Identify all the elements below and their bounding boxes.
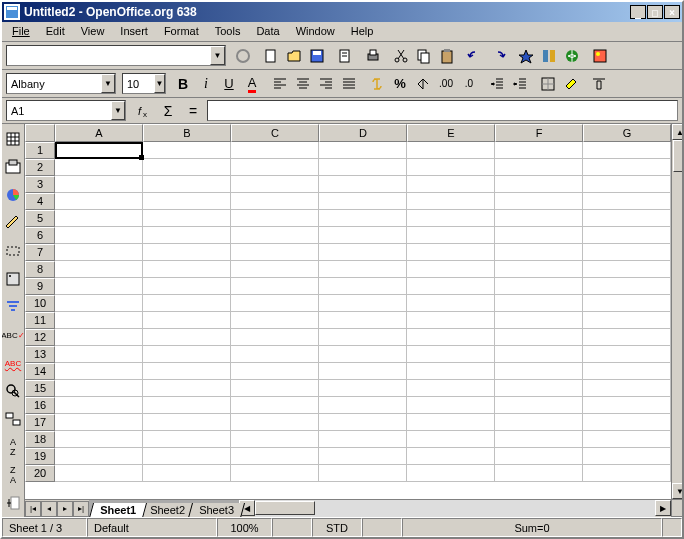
cell-B11[interactable] xyxy=(143,312,231,329)
show-draw-icon[interactable] xyxy=(2,212,24,234)
cell-F18[interactable] xyxy=(495,431,583,448)
cell-A6[interactable] xyxy=(55,227,143,244)
cell-A3[interactable] xyxy=(55,176,143,193)
cell-E18[interactable] xyxy=(407,431,495,448)
cell-B5[interactable] xyxy=(143,210,231,227)
cell-A13[interactable] xyxy=(55,346,143,363)
cell-B14[interactable] xyxy=(143,363,231,380)
cell-F9[interactable] xyxy=(495,278,583,295)
cell-D6[interactable] xyxy=(319,227,407,244)
group-icon[interactable] xyxy=(2,492,24,514)
tab-last-button[interactable]: ▸| xyxy=(73,501,89,517)
vertical-scrollbar[interactable]: ▲ ▼ xyxy=(671,124,682,499)
bold-button[interactable]: B xyxy=(172,73,194,95)
stop-icon[interactable] xyxy=(232,45,254,67)
cell-G1[interactable] xyxy=(583,142,671,159)
stylist-icon[interactable] xyxy=(538,45,560,67)
cell-reference-input[interactable] xyxy=(7,101,111,120)
align-left-button[interactable] xyxy=(269,73,291,95)
cell-G17[interactable] xyxy=(583,414,671,431)
tab-prev-button[interactable]: ◂ xyxy=(41,501,57,517)
cell-D16[interactable] xyxy=(319,397,407,414)
bgcolor-button[interactable] xyxy=(560,73,582,95)
cell-B18[interactable] xyxy=(143,431,231,448)
menu-format[interactable]: Format xyxy=(156,23,207,40)
tab-next-button[interactable]: ▸ xyxy=(57,501,73,517)
row-header-7[interactable]: 7 xyxy=(25,244,55,261)
cell-B15[interactable] xyxy=(143,380,231,397)
cell-F4[interactable] xyxy=(495,193,583,210)
hyperlink-icon[interactable] xyxy=(561,45,583,67)
font-color-button[interactable]: A xyxy=(241,73,263,95)
cell-F10[interactable] xyxy=(495,295,583,312)
row-header-12[interactable]: 12 xyxy=(25,329,55,346)
cell-G18[interactable] xyxy=(583,431,671,448)
undo-icon[interactable] xyxy=(464,45,486,67)
cell-F14[interactable] xyxy=(495,363,583,380)
cell-A1[interactable] xyxy=(55,142,143,159)
form-icon[interactable] xyxy=(2,268,24,290)
decrease-indent-button[interactable] xyxy=(486,73,508,95)
cell-B1[interactable] xyxy=(143,142,231,159)
formula-input[interactable] xyxy=(208,101,677,120)
row-header-8[interactable]: 8 xyxy=(25,261,55,278)
row-header-16[interactable]: 16 xyxy=(25,397,55,414)
cell-D20[interactable] xyxy=(319,465,407,482)
cell-D14[interactable] xyxy=(319,363,407,380)
scroll-up-button[interactable]: ▲ xyxy=(672,124,682,140)
menu-view[interactable]: View xyxy=(73,23,113,40)
cell-A19[interactable] xyxy=(55,448,143,465)
cell-D12[interactable] xyxy=(319,329,407,346)
font-size-input[interactable] xyxy=(123,74,154,93)
cell-F3[interactable] xyxy=(495,176,583,193)
cell-A16[interactable] xyxy=(55,397,143,414)
cell-D8[interactable] xyxy=(319,261,407,278)
cell-C1[interactable] xyxy=(231,142,319,159)
column-header-a[interactable]: A xyxy=(55,124,143,142)
cell-C10[interactable] xyxy=(231,295,319,312)
cell-B19[interactable] xyxy=(143,448,231,465)
cell-C2[interactable] xyxy=(231,159,319,176)
cell-D17[interactable] xyxy=(319,414,407,431)
new-icon[interactable] xyxy=(260,45,282,67)
cell-B8[interactable] xyxy=(143,261,231,278)
cell-A10[interactable] xyxy=(55,295,143,312)
cell-E6[interactable] xyxy=(407,227,495,244)
copy-icon[interactable] xyxy=(413,45,435,67)
cell-F5[interactable] xyxy=(495,210,583,227)
autofilter-icon[interactable] xyxy=(2,296,24,318)
cell-G8[interactable] xyxy=(583,261,671,278)
cell-E4[interactable] xyxy=(407,193,495,210)
cell-G5[interactable] xyxy=(583,210,671,227)
cell-C12[interactable] xyxy=(231,329,319,346)
vscroll-thumb[interactable] xyxy=(673,140,682,172)
sheet-tab-sheet2[interactable]: Sheet2 xyxy=(139,503,196,518)
function-button[interactable]: = xyxy=(182,100,204,122)
function-wizard-button[interactable]: fx xyxy=(132,100,154,122)
cell-E7[interactable] xyxy=(407,244,495,261)
status-zoom[interactable]: 100% xyxy=(217,518,272,537)
cell-D19[interactable] xyxy=(319,448,407,465)
font-size-dropdown[interactable]: ▼ xyxy=(154,74,165,93)
cell-G3[interactable] xyxy=(583,176,671,193)
cell-C20[interactable] xyxy=(231,465,319,482)
cell-grid[interactable] xyxy=(55,142,671,482)
row-header-2[interactable]: 2 xyxy=(25,159,55,176)
column-header-d[interactable]: D xyxy=(319,124,407,142)
cell-C15[interactable] xyxy=(231,380,319,397)
cell-E9[interactable] xyxy=(407,278,495,295)
cell-F15[interactable] xyxy=(495,380,583,397)
cell-E17[interactable] xyxy=(407,414,495,431)
cell-A17[interactable] xyxy=(55,414,143,431)
font-name-combo[interactable]: ▼ xyxy=(6,73,116,94)
gallery-icon[interactable] xyxy=(589,45,611,67)
row-header-19[interactable]: 19 xyxy=(25,448,55,465)
cell-A7[interactable] xyxy=(55,244,143,261)
cell-C16[interactable] xyxy=(231,397,319,414)
insert-chart-icon[interactable] xyxy=(2,184,24,206)
cell-D13[interactable] xyxy=(319,346,407,363)
cell-E3[interactable] xyxy=(407,176,495,193)
cell-C8[interactable] xyxy=(231,261,319,278)
scroll-down-button[interactable]: ▼ xyxy=(672,483,682,499)
cell-E15[interactable] xyxy=(407,380,495,397)
